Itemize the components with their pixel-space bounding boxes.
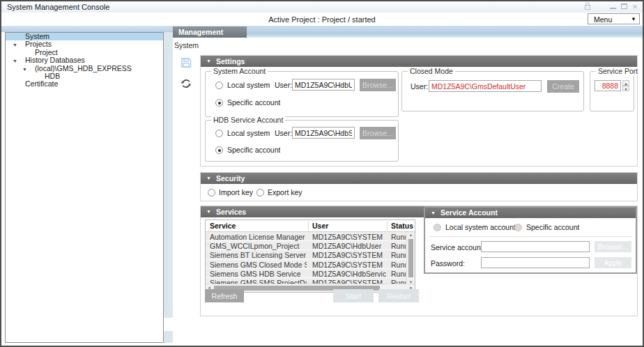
- start-button[interactable]: Start: [333, 289, 374, 302]
- tree-item-projects[interactable]: ▼ Projects: [6, 40, 163, 48]
- settings-header[interactable]: ▼ Settings: [201, 56, 637, 67]
- maximize-button[interactable]: [619, 3, 629, 11]
- table-row[interactable]: Siemens BT Licensing Server MD1Z5A9C\SYS…: [206, 250, 415, 259]
- collapse-icon[interactable]: ▼: [206, 206, 211, 217]
- header-row: Active Project : Project / started Menu …: [1, 13, 643, 26]
- import-key-radio[interactable]: [208, 189, 215, 196]
- sa-local-system-account-radio[interactable]: [434, 224, 441, 231]
- hdb-specific-account-radio[interactable]: [215, 146, 223, 154]
- collapse-icon[interactable]: ▼: [431, 208, 436, 218]
- specific-account-radio[interactable]: [215, 99, 223, 107]
- export-key-radio[interactable]: [256, 189, 264, 196]
- closed-mode-user-input[interactable]: [429, 80, 542, 92]
- refresh-button[interactable]: Refresh: [205, 289, 244, 302]
- table-header[interactable]: Service User Status: [206, 220, 415, 232]
- table-vertical-scrollbar[interactable]: ▲ ▼: [406, 233, 414, 284]
- scroll-up-icon[interactable]: ▲: [407, 233, 415, 237]
- service-port-group: Service Port ▲ ▼: [590, 71, 634, 111]
- save-icon[interactable]: [181, 57, 192, 68]
- refresh-icon[interactable]: [181, 78, 192, 89]
- collapse-icon[interactable]: ▼: [206, 56, 211, 67]
- scrollbar-thumb[interactable]: [408, 239, 413, 277]
- active-project-label: Active Project : Project / started: [1, 15, 643, 24]
- table-row[interactable]: Siemens GMS HDB Service MD1Z5A9C\HdbServ…: [206, 269, 415, 278]
- settings-section: ▼ Settings System Account Local system a…: [200, 55, 638, 167]
- menu-dropdown[interactable]: Menu ▼: [588, 13, 640, 24]
- hdb-service-account-group: HDB Service Account Local system account…: [205, 120, 399, 162]
- spin-down-icon[interactable]: ▼: [622, 86, 629, 91]
- service-account-header[interactable]: ▼ Service Account: [425, 208, 636, 218]
- title-bar: System Management Console ✕: [1, 1, 643, 13]
- services-table: Service User Status Automation License M…: [205, 219, 415, 293]
- menu-label: Menu: [594, 15, 612, 24]
- closed-mode-group: Closed Mode User: Create: [401, 71, 584, 111]
- table-row[interactable]: GMS_WCCILpmon_Project MD1Z5A9C\HdbUser R…: [206, 241, 415, 250]
- apply-button[interactable]: Apply: [595, 257, 631, 268]
- app-window: System Management Console ✕ Active Proje…: [0, 0, 644, 347]
- spin-up-icon[interactable]: ▲: [622, 80, 629, 86]
- navigation-tree: System ▼ Projects Project ▼ History Data…: [5, 32, 164, 343]
- service-port-stepper[interactable]: ▲ ▼: [622, 80, 629, 91]
- tree-scrollbar[interactable]: [164, 32, 173, 343]
- service-port-input[interactable]: [595, 80, 621, 91]
- system-account-browse-button[interactable]: Browse...: [360, 79, 396, 91]
- create-button[interactable]: Create: [547, 80, 579, 93]
- divider: [429, 236, 631, 237]
- service-account-panel: ▼ Service Account Local system account S…: [424, 206, 637, 274]
- tree-item-certificate[interactable]: Certificate: [6, 80, 163, 88]
- hdb-account-browse-button[interactable]: Browse...: [360, 127, 396, 139]
- services-section: ▼ Services Service User Status Automatio…: [200, 206, 638, 316]
- close-button[interactable]: ✕: [630, 3, 640, 11]
- tab-management[interactable]: Management: [173, 26, 247, 38]
- system-account-user-input[interactable]: [292, 79, 355, 91]
- tab-strip: Management: [171, 26, 643, 38]
- tree-item-gms-hdb-express[interactable]: ▼ (local)\GMS_HDB_EXPRESS: [6, 65, 163, 72]
- restart-button[interactable]: Restart: [378, 289, 419, 302]
- page-title: System: [174, 41, 199, 49]
- sa-browse-button[interactable]: Browse...: [595, 241, 631, 252]
- lock-icon: [583, 2, 592, 10]
- hdb-local-system-account-radio[interactable]: [215, 130, 223, 137]
- sa-specific-account-radio[interactable]: [514, 224, 522, 231]
- security-header[interactable]: ▼ Security: [201, 173, 637, 184]
- table-body: Automation License Manager Service MD1Z5…: [206, 232, 415, 284]
- password-input[interactable]: [481, 257, 590, 268]
- collapse-icon[interactable]: ▼: [206, 173, 211, 184]
- tree-item-history-databases[interactable]: ▼ History Databases: [6, 56, 163, 64]
- local-system-account-radio[interactable]: [215, 82, 223, 89]
- table-row[interactable]: Siemens GMS Closed Mode Service MD1Z5A9C…: [206, 260, 415, 269]
- hdb-account-user-input[interactable]: [292, 127, 355, 139]
- table-row[interactable]: Automation License Manager Service MD1Z5…: [206, 232, 415, 241]
- chevron-down-icon: ▼: [631, 16, 636, 22]
- security-section: ▼ Security Import key Export key: [200, 172, 638, 201]
- service-account-input[interactable]: [481, 241, 590, 252]
- window-title: System Management Console: [7, 3, 109, 11]
- system-account-group: System Account Local system account User…: [205, 71, 399, 117]
- minimize-button[interactable]: [608, 3, 618, 11]
